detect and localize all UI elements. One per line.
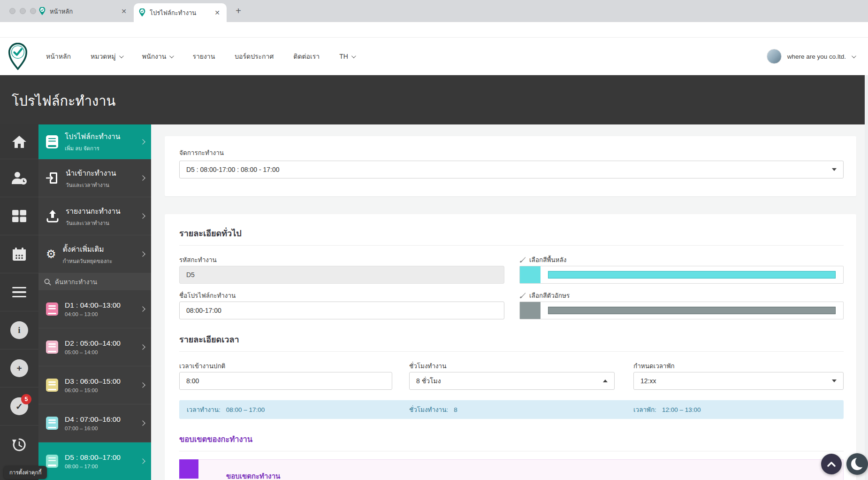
check-icon: ✓5 [10,397,28,415]
book-icon [46,341,58,354]
nav-item-reports[interactable]: รายงาน [192,51,215,62]
info-icon: i [10,321,28,339]
shift-search-input[interactable]: ค้นหากะทำงาน [38,273,151,290]
chevron-right-icon [140,344,145,349]
sidebar-item-extra-settings[interactable]: ⚙ ตั้งค่าเพิ่มเติมกำหนดวันหยุดของกะ [38,235,151,273]
bg-color-bar[interactable] [548,271,836,279]
work-hours-select[interactable]: 8 ชั่วโมง [409,372,615,390]
time-summary-bar: เวลาทำงาน:08:00 – 17:00 ชั่วโมงทำงาน:8 เ… [179,400,844,419]
chevron-right-icon [140,458,145,464]
rail-info-button[interactable]: i [0,311,38,349]
plus-icon: + [10,359,28,377]
shift-item-d2[interactable]: D2 : 05:00–14:0005:00 – 14:00 [38,328,151,366]
chevron-down-icon [119,54,124,58]
company-avatar [767,49,782,64]
notification-badge: 5 [21,394,31,404]
scope-accent-square [179,459,198,479]
book-icon [46,135,58,148]
gear-icon: ⚙ [46,248,56,260]
shift-scope-box: ขอบเขตกะทำงาน [179,459,844,480]
search-icon [44,279,51,286]
browser-tab-home[interactable]: หน้าหลัก ✕ [34,2,133,21]
caret-down-icon [832,379,837,382]
nav-item-contact[interactable]: ติดต่อเรา [293,51,320,62]
rail-add-button[interactable]: + [0,349,38,387]
shift-name-label: ชื่อโปรไฟล์กะทำงาน [179,290,236,301]
close-window-icon[interactable] [9,8,15,14]
shift-item-d5[interactable]: D5 : 08:00–17:0008:00 – 17:00 [38,442,151,480]
book-icon [46,417,58,430]
caret-up-icon [603,379,608,382]
nav-item-language[interactable]: TH [339,53,355,60]
rail-history-button[interactable] [0,426,38,464]
user-clock-icon [11,171,27,185]
general-details-heading: รายละเอียดทั่วไป [179,226,242,240]
dark-mode-button[interactable] [846,453,868,475]
book-icon [46,455,58,468]
sidebar-menu: โปรไฟล์กะทำงานเพิ่ม ลบ จัดการ นำเข้ากะทำ… [38,124,151,480]
chevron-up-icon [827,461,836,467]
rail-calendar-button[interactable] [0,235,38,273]
sidebar-item-shift-report[interactable]: รายงานกะทำงานวันและเวลาทำงาน [38,197,151,235]
rail-approvals-button[interactable]: ✓5 [0,387,38,426]
new-tab-icon[interactable]: + [233,6,244,17]
chevron-down-icon [852,54,856,58]
shift-item-d4[interactable]: D4 : 07:00–16:0007:00 – 16:00 [38,404,151,442]
shift-code-input: D5 [179,266,504,284]
sidebar-item-shift-profile[interactable]: โปรไฟล์กะทำงานเพิ่ม ลบ จัดการ [38,124,151,159]
rail-menu-button[interactable] [0,273,38,311]
rail-employee-time-button[interactable] [0,159,38,197]
chevron-right-icon [140,306,145,311]
screen: หน้าหลัก ✕ โปรไฟล์กะทำงาน ✕ + ← → ⟳ memb… [0,0,868,480]
shift-item-d1[interactable]: D1 : 04:00–13:0004:00 – 13:00 [38,290,151,328]
book-icon [46,302,58,316]
export-icon [46,209,59,223]
scope-box-title: ขอบเขตกะทำงาน [226,471,280,480]
tab-title: หน้าหลัก [50,7,115,16]
text-color-swatch[interactable] [520,302,541,319]
chevron-right-icon [140,420,145,426]
cookie-settings-button[interactable]: การตั้งค่าคุกกี้ [4,466,47,479]
nav-item-employees[interactable]: พนักงาน [142,51,173,62]
chevron-right-icon [140,251,145,256]
bg-color-picker[interactable] [519,266,844,284]
brush-icon [519,256,526,263]
account-menu[interactable]: where are you co.ltd. [767,38,855,75]
home-icon [12,135,27,148]
hamburger-icon [12,287,26,298]
bg-color-swatch[interactable] [520,266,541,283]
page-scrollbar[interactable] [865,75,868,480]
tab-close-icon[interactable]: ✕ [119,7,129,15]
rail-home-button[interactable] [0,124,38,159]
calendar-icon [12,248,26,261]
scroll-to-top-button[interactable] [821,454,842,474]
nav-item-home[interactable]: หน้าหลัก [46,51,71,62]
sidebar-item-import-shift[interactable]: นำเข้ากะทำงานวันและเวลาทำงาน [38,159,151,197]
grid-icon [12,210,26,222]
shift-name-input[interactable]: 08:00-17:00 [179,302,504,319]
logo-pin-icon[interactable] [8,43,28,70]
shift-item-d3[interactable]: D3 : 06:00–15:0006:00 – 15:00 [38,366,151,404]
shift-manage-card: จัดการกะทำงาน D5 : 08:00-17:00 : 08:00 -… [165,136,856,196]
bg-color-label: เลือกสีพื้นหลัง [519,255,566,265]
break-time-select[interactable]: 12:xx [633,372,844,390]
text-color-label: เลือกสีตัวอักษร [519,290,570,301]
minimize-window-icon[interactable] [20,8,26,14]
start-time-input[interactable]: 8:00 [179,372,392,390]
text-color-picker[interactable] [519,302,844,319]
nav-item-board[interactable]: บอร์ดประกาศ [235,51,274,62]
browser-tab-shift-profile[interactable]: โปรไฟล์กะทำงาน ✕ [134,3,227,22]
history-icon [12,438,27,452]
tab-close-icon[interactable]: ✕ [213,8,222,17]
start-time-label: เวลาเข้างานปกติ [179,361,225,371]
shift-scope-heading: ขอบเขตของกะทำงาน [179,433,252,445]
import-icon [46,171,59,185]
rail-table-button[interactable] [0,197,38,235]
sidebar-icon-rail: i + ✓5 [0,124,38,480]
text-color-bar[interactable] [548,307,836,314]
page-title: โปรไฟล์กะทำงาน [12,90,115,112]
time-details-heading: รายละเอียดเวลา [179,333,239,346]
manage-shift-label: จัดการกะทำงาน [179,147,224,158]
nav-item-categories[interactable]: หมวดหมู่ [91,51,122,62]
manage-shift-select[interactable]: D5 : 08:00-17:00 : 08:00 - 17:00 [179,161,844,178]
